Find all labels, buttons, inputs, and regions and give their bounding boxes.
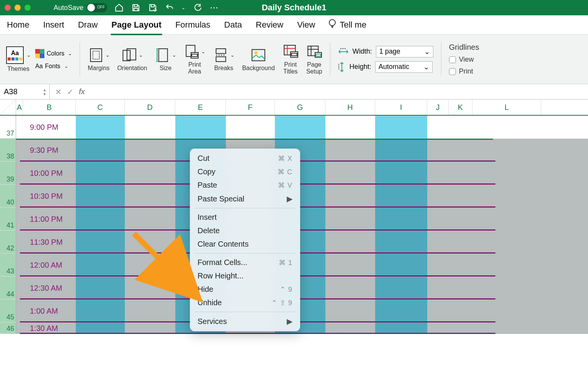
row-header-46[interactable]: 46 bbox=[0, 322, 16, 334]
cm-clear-contents[interactable]: Clear Contents bbox=[190, 237, 300, 251]
tab-review[interactable]: Review bbox=[255, 18, 284, 32]
row-header-45[interactable]: 45 bbox=[0, 299, 16, 322]
cm-format-cells[interactable]: Format Cells...⌘ 1 bbox=[190, 256, 300, 269]
time-cell[interactable]: 9:30 PM bbox=[16, 139, 75, 162]
cm-services[interactable]: Services▶ bbox=[190, 314, 300, 328]
col-header-C[interactable]: C bbox=[76, 100, 125, 115]
col-header-I[interactable]: I bbox=[375, 100, 427, 115]
col-header-L[interactable]: L bbox=[472, 100, 541, 115]
cm-delete[interactable]: Delete bbox=[190, 224, 300, 237]
enter-icon[interactable]: ✓ bbox=[67, 87, 74, 97]
table-row[interactable]: 9:00 PM bbox=[16, 116, 588, 139]
gridlines-view-checkbox[interactable]: View bbox=[449, 56, 474, 64]
table-row[interactable]: 12:00 AM bbox=[16, 254, 588, 276]
row-header-41[interactable]: 41 bbox=[0, 208, 16, 231]
save-icon[interactable] bbox=[131, 3, 141, 13]
undo-dropdown-icon[interactable]: ⌄ bbox=[181, 5, 185, 10]
cm-hide[interactable]: Hide⌃ 9 bbox=[190, 283, 300, 296]
more-icon[interactable]: ⋯ bbox=[209, 3, 219, 13]
fonts-button[interactable]: Aa Fonts⌄ bbox=[35, 63, 72, 70]
cancel-icon[interactable]: ✕ bbox=[55, 87, 62, 97]
orientation-button[interactable]: ⌄ Orientation bbox=[117, 47, 147, 72]
tab-view[interactable]: View bbox=[296, 18, 316, 32]
col-header-D[interactable]: D bbox=[125, 100, 175, 115]
cm-insert[interactable]: Insert bbox=[190, 211, 300, 224]
row-header-42[interactable]: 42 bbox=[0, 231, 16, 254]
cm-paste[interactable]: Paste⌘ V bbox=[190, 178, 300, 192]
themes-button[interactable]: Aa bbox=[6, 46, 24, 64]
time-cell[interactable]: 1:30 AM bbox=[16, 322, 75, 334]
print-titles-button[interactable]: Print Titles bbox=[283, 44, 299, 75]
height-select[interactable]: Automatic⌄ bbox=[375, 61, 433, 73]
chevron-down-icon[interactable]: ⌄ bbox=[27, 52, 31, 58]
cm-cut[interactable]: Cut⌘ X bbox=[190, 152, 300, 165]
size-button[interactable]: ⌄ Size bbox=[155, 47, 176, 72]
cm-paste-special[interactable]: Paste Special▶ bbox=[190, 192, 300, 206]
gridlines-print-checkbox[interactable]: Print bbox=[449, 67, 473, 75]
cells[interactable]: 9:00 PM9:30 PM10:00 PM10:30 PM11:00 PM11… bbox=[16, 116, 588, 334]
select-all-corner[interactable] bbox=[0, 100, 16, 115]
orientation-label: Orientation bbox=[117, 65, 147, 72]
width-select[interactable]: 1 page⌄ bbox=[376, 46, 433, 57]
tab-page-layout[interactable]: Page Layout bbox=[111, 18, 162, 32]
time-cell[interactable]: 1:00 AM bbox=[16, 299, 75, 322]
col-header-K[interactable]: K bbox=[449, 100, 472, 115]
table-row[interactable]: 12:30 AM bbox=[16, 276, 588, 299]
table-row[interactable]: 9:30 PM bbox=[16, 139, 588, 162]
col-header-E[interactable]: E bbox=[175, 100, 226, 115]
table-row[interactable]: 11:30 PM bbox=[16, 231, 588, 254]
table-row[interactable]: 1:00 AM bbox=[16, 299, 588, 322]
row-header-40[interactable]: 40 bbox=[0, 185, 16, 208]
undo-icon[interactable] bbox=[165, 3, 175, 13]
minimize-window-button[interactable] bbox=[15, 5, 21, 11]
tab-data[interactable]: Data bbox=[224, 18, 243, 32]
home-icon[interactable] bbox=[114, 3, 124, 13]
row-header-43[interactable]: 43 bbox=[0, 254, 16, 276]
autosave-toggle[interactable]: AutoSave OFF bbox=[54, 3, 107, 12]
col-header-H[interactable]: H bbox=[325, 100, 375, 115]
window-controls bbox=[5, 5, 31, 11]
col-header-A[interactable]: A bbox=[16, 100, 23, 115]
cm-copy[interactable]: Copy⌘ C bbox=[190, 165, 300, 178]
row-header-38[interactable]: 38 bbox=[0, 139, 16, 162]
time-cell[interactable]: 10:00 PM bbox=[16, 162, 75, 185]
colors-button[interactable]: Colors⌄ bbox=[35, 49, 72, 58]
time-cell[interactable]: 9:00 PM bbox=[16, 116, 75, 139]
time-cell[interactable]: 11:00 PM bbox=[16, 208, 75, 231]
time-cell[interactable]: 10:30 PM bbox=[16, 185, 75, 208]
save-as-icon[interactable] bbox=[148, 3, 158, 13]
time-cell[interactable]: 12:30 AM bbox=[16, 276, 75, 299]
tell-me-search[interactable]: Tell me bbox=[328, 19, 366, 31]
row-header-44[interactable]: 44 bbox=[0, 276, 16, 299]
col-header-B[interactable]: B bbox=[23, 100, 76, 115]
cm-row-height[interactable]: Row Height... bbox=[190, 269, 300, 283]
time-cell[interactable]: 11:30 PM bbox=[16, 231, 75, 254]
name-box[interactable]: A38 ▴▾ bbox=[0, 84, 50, 99]
maximize-window-button[interactable] bbox=[24, 5, 31, 11]
col-header-J[interactable]: J bbox=[427, 100, 449, 115]
tab-home[interactable]: Home bbox=[6, 18, 30, 32]
tab-formulas[interactable]: Formulas bbox=[175, 18, 211, 32]
col-header-F[interactable]: F bbox=[226, 100, 275, 115]
tab-insert[interactable]: Insert bbox=[42, 18, 65, 32]
margins-button[interactable]: ⌄ Margins bbox=[88, 47, 109, 72]
print-area-button[interactable]: ⌄ Print Area bbox=[184, 44, 205, 75]
breaks-button[interactable]: ⌄ Breaks bbox=[213, 47, 234, 72]
background-button[interactable]: Background bbox=[242, 47, 274, 72]
autosave-switch[interactable]: OFF bbox=[87, 3, 107, 12]
tab-draw[interactable]: Draw bbox=[77, 18, 98, 32]
row-headers: 37383940414243444546 bbox=[0, 116, 16, 334]
page-setup-button[interactable]: Page Setup bbox=[306, 44, 322, 75]
row-header-37[interactable]: 37 bbox=[0, 116, 16, 139]
time-cell[interactable]: 12:00 AM bbox=[16, 254, 75, 276]
col-header-G[interactable]: G bbox=[275, 100, 325, 115]
table-row[interactable]: 10:00 PM bbox=[16, 162, 588, 185]
table-row[interactable]: 11:00 PM bbox=[16, 208, 588, 231]
close-window-button[interactable] bbox=[5, 5, 11, 11]
table-row[interactable]: 1:30 AM bbox=[16, 322, 588, 334]
table-row[interactable]: 10:30 PM bbox=[16, 185, 588, 208]
fx-icon[interactable]: fx bbox=[79, 87, 85, 97]
row-header-39[interactable]: 39 bbox=[0, 162, 16, 185]
cm-unhide[interactable]: Unhide⌃ ⇧ 9 bbox=[190, 296, 300, 309]
redo-icon[interactable] bbox=[192, 3, 202, 13]
